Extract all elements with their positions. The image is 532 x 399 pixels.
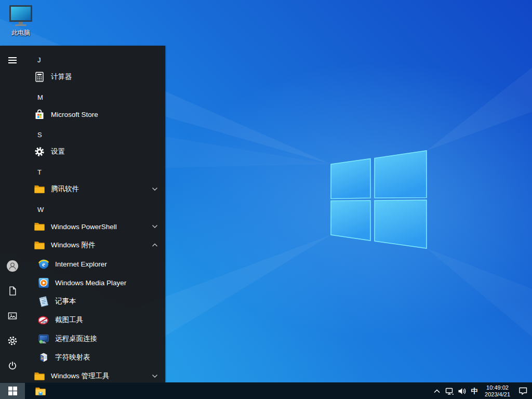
desktop-icon-label: 此电脑	[11, 29, 30, 37]
menu-folder-tencent-software[interactable]: 腾讯软件	[25, 180, 165, 198]
document-icon	[7, 286, 18, 296]
taskbar-clock[interactable]: 10:49:02 2023/4/21	[481, 383, 514, 399]
power-icon	[7, 361, 18, 371]
clock-time: 10:49:02	[486, 384, 509, 391]
folder-icon	[33, 370, 46, 382]
menu-item-windows-media-player[interactable]: Windows Media Player	[25, 273, 165, 292]
character-map-icon: λ	[37, 351, 50, 364]
menu-folder-windows-powershell[interactable]: Windows PowerShell	[25, 217, 165, 236]
settings-icon	[33, 145, 46, 158]
hamburger-icon	[8, 57, 17, 64]
computer-icon	[6, 4, 35, 27]
start-button[interactable]	[0, 383, 25, 399]
folder-icon	[33, 239, 46, 251]
action-center-icon	[518, 387, 528, 395]
volume-button[interactable]	[456, 383, 468, 399]
volume-icon	[458, 387, 467, 395]
section-header-s[interactable]: S	[25, 127, 165, 142]
settings-button[interactable]	[0, 328, 25, 353]
chevron-up-icon	[152, 243, 158, 247]
desktop-icon-this-pc[interactable]: 此电脑	[4, 4, 37, 37]
chevron-up-icon	[433, 389, 441, 394]
start-menu: J 计算器 M	[0, 46, 165, 382]
svg-text:e: e	[42, 260, 45, 268]
clock-date: 2023/4/21	[485, 391, 510, 398]
section-header-t[interactable]: T	[25, 164, 165, 180]
file-explorer-button[interactable]	[30, 383, 51, 399]
section-header-m[interactable]: M	[25, 89, 165, 105]
tray-expand-button[interactable]	[431, 383, 443, 399]
media-player-icon	[37, 276, 50, 289]
system-tray: 中 10:49:02 2023/4/21	[431, 383, 532, 399]
folder-icon	[33, 220, 46, 233]
power-button[interactable]	[0, 353, 25, 378]
start-menu-app-list: J 计算器 M	[25, 46, 165, 382]
notepad-icon	[37, 295, 50, 308]
ime-indicator[interactable]: 中	[468, 383, 481, 399]
menu-item-snipping-tool[interactable]: ✂ 截图工具	[25, 311, 165, 329]
svg-text:✂: ✂	[42, 318, 47, 326]
network-icon	[445, 387, 454, 395]
network-button[interactable]	[443, 383, 456, 399]
gear-icon	[7, 335, 18, 347]
menu-item-settings[interactable]: 设置	[25, 142, 165, 161]
chevron-down-icon	[152, 224, 158, 229]
pictures-button[interactable]	[0, 303, 25, 328]
menu-item-character-map[interactable]: λ 字符映射表	[25, 348, 165, 367]
file-explorer-icon	[34, 385, 47, 397]
folder-icon	[33, 183, 46, 195]
menu-folder-windows-accessories[interactable]: Windows 附件	[25, 236, 165, 255]
taskbar-empty-area	[51, 383, 431, 399]
windows-start-icon	[8, 387, 17, 395]
chevron-down-icon	[152, 374, 158, 378]
menu-item-calculator[interactable]: 计算器	[25, 68, 165, 86]
start-menu-rail	[0, 46, 25, 382]
menu-folder-windows-admin-tools[interactable]: Windows 管理工具	[25, 367, 165, 382]
taskbar: 中 10:49:02 2023/4/21	[0, 382, 532, 399]
user-button[interactable]	[0, 254, 25, 278]
menu-item-remote-desktop[interactable]: 远程桌面连接	[25, 329, 165, 348]
menu-item-notepad[interactable]: 记事本	[25, 292, 165, 311]
chevron-down-icon	[152, 187, 158, 191]
pictures-icon	[7, 311, 18, 321]
section-header-w[interactable]: W	[25, 202, 165, 217]
user-icon	[6, 260, 19, 272]
internet-explorer-icon: e	[37, 258, 50, 270]
menu-item-microsoft-store[interactable]: Microsoft Store	[25, 105, 165, 124]
calculator-icon	[33, 71, 46, 83]
snipping-tool-icon: ✂	[37, 314, 50, 326]
remote-desktop-icon	[37, 332, 50, 345]
menu-expand-button[interactable]	[0, 48, 25, 73]
section-header-j[interactable]: J	[25, 52, 165, 68]
menu-item-internet-explorer[interactable]: e Internet Explorer	[25, 255, 165, 273]
action-center-button[interactable]	[514, 383, 532, 399]
documents-button[interactable]	[0, 278, 25, 303]
store-icon	[33, 108, 46, 121]
